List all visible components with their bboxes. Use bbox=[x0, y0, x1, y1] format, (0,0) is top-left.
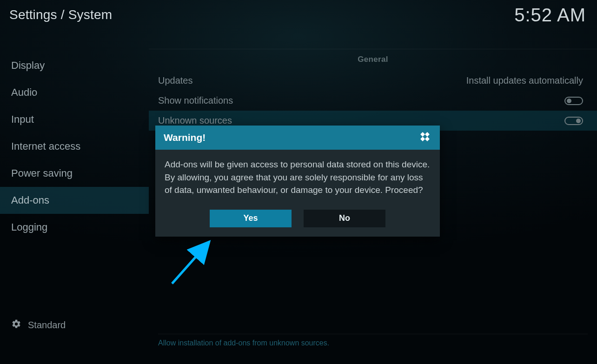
dialog-header: Warning! bbox=[155, 126, 440, 150]
dialog-body: Add-ons will be given access to personal… bbox=[155, 150, 440, 201]
breadcrumb: Settings / System bbox=[9, 7, 112, 22]
svg-rect-1 bbox=[425, 132, 430, 137]
section-title-general: General bbox=[149, 49, 597, 71]
settings-level-button[interactable]: Standard bbox=[11, 319, 66, 331]
warning-dialog: Warning! Add-ons will be given access to… bbox=[155, 126, 440, 237]
setting-row-show-notifications[interactable]: Show notifications bbox=[149, 91, 597, 111]
sidebar-item-logging[interactable]: Logging bbox=[0, 214, 149, 241]
sidebar-item-audio[interactable]: Audio bbox=[0, 79, 149, 106]
sidebar-item-display[interactable]: Display bbox=[0, 52, 149, 79]
svg-rect-2 bbox=[425, 137, 430, 141]
toggle-unknown-sources[interactable] bbox=[564, 117, 583, 125]
svg-rect-0 bbox=[420, 132, 425, 137]
dialog-title: Warning! bbox=[164, 132, 206, 143]
sidebar-item-internet-access[interactable]: Internet access bbox=[0, 133, 149, 160]
setting-value: Install updates automatically bbox=[466, 75, 583, 86]
sidebar-item-add-ons[interactable]: Add-ons bbox=[0, 187, 149, 214]
sidebar-item-input[interactable]: Input bbox=[0, 106, 149, 133]
setting-label: Updates bbox=[158, 75, 193, 86]
setting-row-updates[interactable]: Updates Install updates automatically bbox=[149, 71, 597, 91]
setting-label: Show notifications bbox=[158, 95, 233, 106]
gear-icon bbox=[11, 319, 21, 331]
yes-button[interactable]: Yes bbox=[210, 210, 292, 227]
settings-sidebar: Display Audio Input Internet access Powe… bbox=[0, 52, 149, 241]
no-button[interactable]: No bbox=[304, 210, 385, 227]
setting-label: Unknown sources bbox=[158, 115, 232, 126]
toggle-show-notifications[interactable] bbox=[564, 97, 583, 105]
kodi-logo-icon bbox=[418, 130, 431, 145]
svg-rect-3 bbox=[420, 137, 425, 141]
clock: 5:52 AM bbox=[514, 5, 586, 26]
sidebar-item-power-saving[interactable]: Power saving bbox=[0, 160, 149, 187]
settings-level-label: Standard bbox=[28, 320, 66, 331]
dialog-buttons: Yes No bbox=[155, 201, 440, 237]
setting-description: Allow installation of add-ons from unkno… bbox=[158, 334, 588, 347]
